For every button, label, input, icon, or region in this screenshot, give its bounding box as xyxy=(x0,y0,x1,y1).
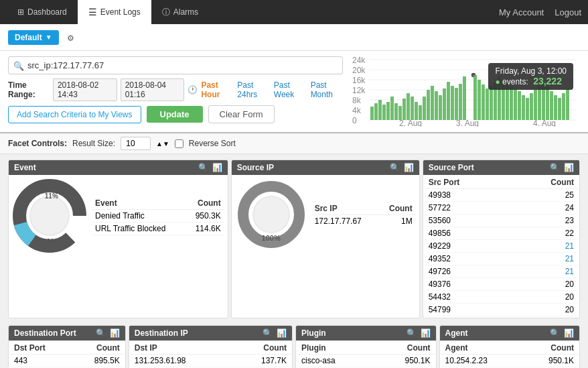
tab-alarms[interactable]: ⓘ Alarms xyxy=(151,0,209,24)
search-icon-dp[interactable]: 🔍 xyxy=(96,328,106,338)
source-port-row[interactable]: 4993825 xyxy=(425,189,578,202)
source-port-row[interactable]: 4937620 xyxy=(425,278,578,291)
gear-button[interactable]: ⚙ xyxy=(64,29,77,46)
search-icon-sp[interactable]: 🔍 xyxy=(390,163,400,172)
svg-rect-25 xyxy=(415,102,418,120)
svg-text:16k: 16k xyxy=(352,76,366,85)
dst-ip-header: Destination IP 🔍 📊 xyxy=(129,326,292,341)
result-size-label: Result Size: xyxy=(72,139,115,148)
plugin-panel: Plugin 🔍 📊 Plugin Count cisco-asa950.1K … xyxy=(295,325,437,368)
chart-icon-ag[interactable]: 📊 xyxy=(564,328,574,338)
up-icon: ▲▼ xyxy=(156,140,169,147)
facet-grid-bottom: Destination Port 🔍 📊 Dst Port Count 443 … xyxy=(0,322,588,368)
svg-rect-42 xyxy=(486,88,489,120)
svg-text:4k: 4k xyxy=(352,106,362,115)
source-port-row[interactable]: 5479920 xyxy=(425,304,578,316)
tab-dashboard[interactable]: ⊞ Dashboard xyxy=(7,0,78,24)
search-row: 🔍 xyxy=(8,56,346,74)
dst-port-icons: 🔍 📊 xyxy=(96,328,120,338)
search-icon-srcp[interactable]: 🔍 xyxy=(550,163,560,172)
logout-link[interactable]: Logout xyxy=(555,7,581,17)
time-link-pasthour[interactable]: Past Hour xyxy=(201,80,234,99)
agent-row[interactable]: 10.254.2.23950.1K xyxy=(441,355,579,367)
event-table: Event Count Denied Traffic 950.3K URL Tr… xyxy=(91,197,225,235)
source-port-row[interactable]: 5356023 xyxy=(425,214,578,227)
source-ip-table: Src IP Count 172.17.77.67 1M xyxy=(311,202,417,227)
chart-panel-icon[interactable]: 📊 xyxy=(212,163,222,172)
search-icon: 🔍 xyxy=(13,60,24,70)
svg-rect-18 xyxy=(386,102,390,120)
chart-icon-pl[interactable]: 📊 xyxy=(421,328,431,338)
clear-form-button[interactable]: Clear Form xyxy=(208,105,275,123)
dst-ip-row[interactable]: 131.253.61.98137.7K xyxy=(131,355,291,367)
dropdown-icon: ▼ xyxy=(46,34,52,41)
eventlogs-icon: ☰ xyxy=(88,7,97,17)
chart-area: 24k 20k 16k 12k 8k 4k 0 xyxy=(352,56,580,127)
search-icon-ag[interactable]: 🔍 xyxy=(550,328,560,338)
search-icon-pl[interactable]: 🔍 xyxy=(407,328,417,338)
agent-table: Agent Count 10.254.2.23950.1K 172.30.35.… xyxy=(441,342,579,368)
tab-event-logs[interactable]: ☰ Event Logs xyxy=(78,0,151,24)
dst-port-header: Destination Port 🔍 📊 xyxy=(9,326,125,341)
chart-icon-dp[interactable]: 📊 xyxy=(110,328,120,338)
chart-icon-srcp[interactable]: 📊 xyxy=(564,163,574,172)
svg-rect-20 xyxy=(394,103,398,120)
chart-icon-di[interactable]: 📊 xyxy=(277,328,287,338)
svg-rect-23 xyxy=(407,93,410,120)
svg-rect-24 xyxy=(411,97,414,120)
time-link-pastweek[interactable]: Past Week xyxy=(274,80,307,99)
svg-rect-22 xyxy=(402,99,406,120)
search-input-wrap: 🔍 xyxy=(8,56,343,74)
source-ip-row[interactable]: 172.17.77.67 1M xyxy=(311,214,417,227)
svg-rect-59 xyxy=(554,95,557,120)
svg-rect-26 xyxy=(419,105,422,120)
plugin-header: Plugin 🔍 📊 xyxy=(296,326,436,341)
source-port-row[interactable]: 5443220 xyxy=(425,291,578,304)
source-port-title: Source Port xyxy=(429,163,474,172)
time-link-past24hrs[interactable]: Past 24hrs xyxy=(237,80,270,99)
dst-port-row[interactable]: 443 895.5K xyxy=(10,355,124,367)
svg-rect-54 xyxy=(534,90,537,120)
facet-grid-top: Event 🔍 📊 11% 89% xyxy=(0,154,588,322)
svg-rect-34 xyxy=(451,86,454,120)
svg-text:0: 0 xyxy=(352,116,357,125)
svg-rect-33 xyxy=(447,82,450,120)
svg-rect-55 xyxy=(538,86,541,120)
source-port-row[interactable]: 4922921 xyxy=(425,240,578,253)
dst-ip-table: Dst IP Count 131.253.61.98137.7K 131.253… xyxy=(131,342,291,368)
event-panel-body: 11% 89% Event Count Denied Traffic 950.3… xyxy=(9,175,228,257)
svg-rect-49 xyxy=(514,88,517,120)
dst-ip-body: Dst IP Count 131.253.61.98137.7K 131.253… xyxy=(129,341,292,368)
plugin-icons: 🔍 📊 xyxy=(407,328,431,338)
result-size-input[interactable] xyxy=(121,137,151,150)
source-port-row[interactable]: 5772224 xyxy=(425,202,578,214)
svg-rect-58 xyxy=(550,91,553,120)
add-search-button[interactable]: Add Search Criteria to My Views xyxy=(8,106,141,123)
source-port-row[interactable]: 4972621 xyxy=(425,265,578,278)
time-link-pastmonth[interactable]: Past Month xyxy=(311,80,346,99)
svg-text:12k: 12k xyxy=(352,86,366,95)
svg-rect-27 xyxy=(423,97,426,120)
svg-rect-61 xyxy=(562,93,565,120)
chart-tooltip: Friday, Aug 3, 12:00 ● events: 23,222 xyxy=(488,63,573,90)
plugin-row[interactable]: cisco-asa950.1K xyxy=(297,355,435,367)
my-account-link[interactable]: My Account xyxy=(499,7,544,17)
chart-icon-sp[interactable]: 📊 xyxy=(404,163,414,172)
svg-rect-50 xyxy=(518,91,521,120)
event-row[interactable]: URL Traffic Blocked 114.6K xyxy=(91,223,225,235)
default-button[interactable]: Default ▼ xyxy=(8,30,59,45)
donut-100-label: 100% xyxy=(262,234,281,242)
svg-rect-52 xyxy=(526,98,529,120)
reverse-sort-checkbox[interactable] xyxy=(175,139,183,148)
search-icon-di[interactable]: 🔍 xyxy=(263,328,273,338)
update-button[interactable]: Update xyxy=(147,106,203,123)
svg-text:3. Aug: 3. Aug xyxy=(456,119,479,127)
svg-text:2. Aug: 2. Aug xyxy=(399,119,422,127)
search-panel-icon[interactable]: 🔍 xyxy=(198,163,208,172)
svg-rect-62 xyxy=(566,88,569,120)
source-port-row[interactable]: 4985622 xyxy=(425,227,578,240)
svg-rect-19 xyxy=(390,97,394,120)
event-row[interactable]: Denied Traffic 950.3K xyxy=(91,210,225,223)
source-port-row[interactable]: 4935221 xyxy=(425,253,578,265)
search-input[interactable] xyxy=(8,56,343,74)
